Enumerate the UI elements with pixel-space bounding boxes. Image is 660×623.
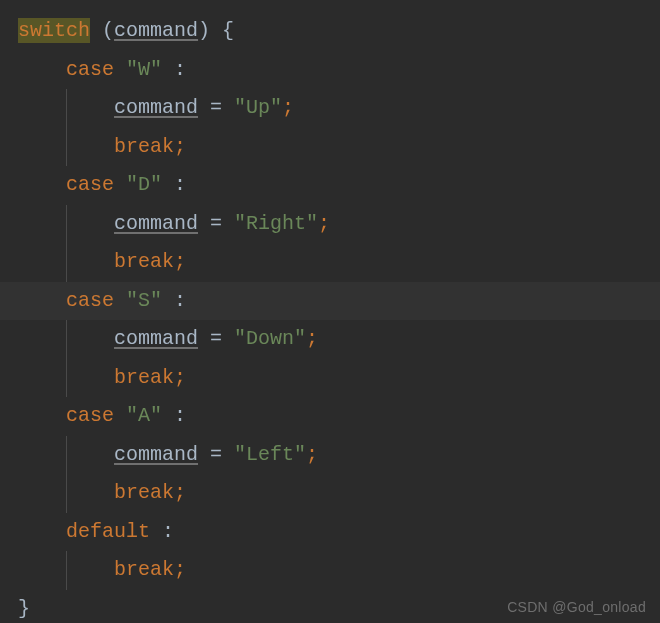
keyword-break: break	[114, 366, 174, 389]
keyword-break: break	[114, 558, 174, 581]
code-line-current[interactable]: case "S" :	[0, 282, 660, 321]
keyword-case: case	[66, 173, 114, 196]
brace-open: {	[222, 19, 234, 42]
paren-close: )	[198, 19, 210, 42]
code-line[interactable]: command = "Right";	[0, 205, 660, 244]
colon: :	[174, 58, 186, 81]
keyword-break: break	[114, 250, 174, 273]
string-literal: "Right"	[234, 212, 318, 235]
keyword-switch: switch	[18, 18, 90, 43]
brace-close: }	[18, 597, 30, 620]
keyword-case: case	[66, 289, 114, 312]
colon: :	[162, 520, 174, 543]
variable-command: command	[114, 443, 198, 466]
semicolon: ;	[174, 366, 186, 389]
string-literal: "S"	[126, 289, 162, 312]
indent-guide	[66, 205, 67, 244]
code-line[interactable]: break;	[0, 474, 660, 513]
indent-guide	[66, 320, 67, 359]
assign-op: =	[210, 443, 222, 466]
semicolon: ;	[174, 481, 186, 504]
semicolon: ;	[174, 250, 186, 273]
semicolon: ;	[306, 443, 318, 466]
code-line[interactable]: command = "Up";	[0, 89, 660, 128]
code-line[interactable]: break;	[0, 359, 660, 398]
string-literal: "W"	[126, 58, 162, 81]
variable-command: command	[114, 327, 198, 350]
semicolon: ;	[282, 96, 294, 119]
string-literal: "Left"	[234, 443, 306, 466]
code-editor[interactable]: switch (command) { case "W" : command = …	[0, 0, 660, 623]
code-line[interactable]: command = "Down";	[0, 320, 660, 359]
code-line[interactable]: case "A" :	[0, 397, 660, 436]
indent-guide	[66, 89, 67, 128]
keyword-default: default	[66, 520, 150, 543]
keyword-break: break	[114, 135, 174, 158]
paren-open: (	[102, 19, 114, 42]
variable-command: command	[114, 212, 198, 235]
keyword-case: case	[66, 58, 114, 81]
variable-command: command	[114, 19, 198, 42]
keyword-case: case	[66, 404, 114, 427]
semicolon: ;	[306, 327, 318, 350]
code-line[interactable]: case "W" :	[0, 51, 660, 90]
indent-guide	[66, 551, 67, 590]
indent-guide	[66, 474, 67, 513]
variable-command: command	[114, 96, 198, 119]
code-line[interactable]: break;	[0, 243, 660, 282]
indent-guide	[66, 436, 67, 475]
string-literal: "D"	[126, 173, 162, 196]
indent-guide	[66, 359, 67, 398]
assign-op: =	[210, 327, 222, 350]
string-literal: "A"	[126, 404, 162, 427]
string-literal: "Up"	[234, 96, 282, 119]
indent-guide	[66, 243, 67, 282]
colon: :	[174, 404, 186, 427]
code-line[interactable]: break;	[0, 551, 660, 590]
semicolon: ;	[174, 135, 186, 158]
assign-op: =	[210, 96, 222, 119]
code-line[interactable]: case "D" :	[0, 166, 660, 205]
string-literal: "Down"	[234, 327, 306, 350]
code-line[interactable]: command = "Left";	[0, 436, 660, 475]
code-line[interactable]: default :	[0, 513, 660, 552]
colon: :	[174, 173, 186, 196]
keyword-break: break	[114, 481, 174, 504]
watermark-text: CSDN @God_onload	[507, 599, 646, 615]
indent-guide	[66, 128, 67, 167]
colon: :	[174, 289, 186, 312]
code-line[interactable]: break;	[0, 128, 660, 167]
assign-op: =	[210, 212, 222, 235]
code-line[interactable]: switch (command) {	[0, 12, 660, 51]
semicolon: ;	[318, 212, 330, 235]
semicolon: ;	[174, 558, 186, 581]
